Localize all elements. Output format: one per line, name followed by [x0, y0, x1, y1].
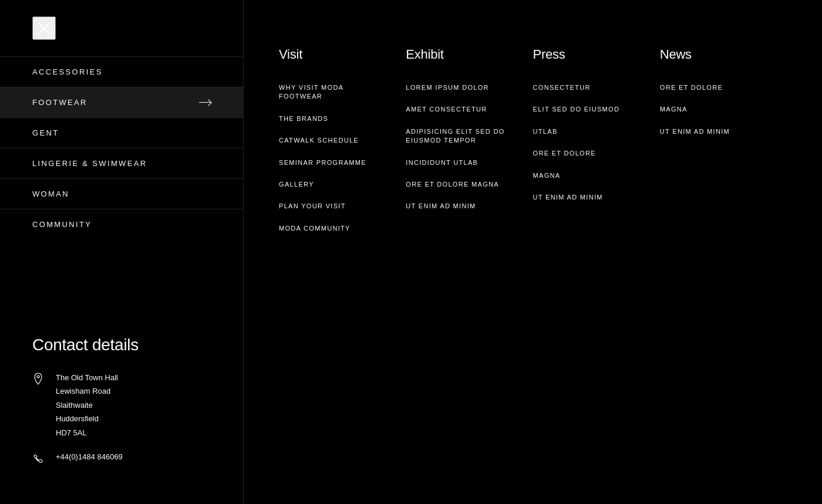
nav-item-label: COMMUNITY [32, 220, 92, 229]
menu-link-0[interactable]: ORE ET DOLORE [660, 83, 769, 92]
address-text: The Old Town HallLewisham RoadSlaithwait… [56, 371, 118, 439]
nav-item-footwear[interactable]: FOOTWEAR [0, 87, 243, 117]
nav-item-lingerie-&-swimwear[interactable]: LINGERIE & SWIMWEAR [0, 148, 243, 178]
close-button[interactable] [32, 16, 56, 40]
menu-link-2[interactable]: UT ENIM AD MINIM [660, 127, 769, 136]
menu-link-3[interactable]: INCIDIDUNT UTLAB [406, 158, 515, 167]
close-icon [36, 20, 52, 36]
menu-link-5[interactable]: UT ENIM AD MINIM [533, 193, 642, 202]
menu-link-2[interactable]: ADIPISICING ELIT SED DO EIUSMOD TEMPOR [406, 127, 515, 146]
menu-link-3[interactable]: SEMINAR PROGRAMME [279, 158, 388, 167]
nav-item-accessories[interactable]: ACCESSORIES [0, 56, 243, 87]
nav-item-label: WOMAN [32, 190, 69, 198]
menu-link-1[interactable]: ELIT SED DO EIUSMOD [533, 105, 642, 114]
column-title-exhibit: Exhibit [406, 47, 515, 62]
sidebar: ACCESSORIESFOOTWEARGENTLINGERIE & SWIMWE… [0, 0, 244, 504]
menu-link-3[interactable]: ORE ET DOLORE [533, 149, 642, 158]
menu-column-news: NewsORE ET DOLOREMAGNAUT ENIM AD MINIM [660, 47, 787, 246]
menu-link-0[interactable]: WHY VISIT MODA FOOTWEAR [279, 83, 388, 102]
menu-column-exhibit: ExhibitLOREM IPSUM DOLORAMET CONSECTETUR… [406, 47, 533, 246]
nav-item-label: LINGERIE & SWIMWEAR [32, 159, 147, 168]
nav-item-community[interactable]: COMMUNITY [0, 209, 243, 239]
column-title-news: News [660, 47, 769, 62]
location-icon [32, 372, 44, 388]
right-content: VisitWHY VISIT MODA FOOTWEARTHE BRANDSCA… [244, 0, 822, 504]
contact-section: Contact details The Old Town HallLewisha… [0, 312, 243, 504]
menu-link-4[interactable]: GALLERY [279, 180, 388, 189]
menu-link-4[interactable]: ORE ET DOLORE MAGNA [406, 180, 515, 189]
menu-link-0[interactable]: CONSECTETUR [533, 83, 642, 92]
menu-link-1[interactable]: AMET CONSECTETUR [406, 105, 515, 114]
menu-link-5[interactable]: UT ENIM AD MINIM [406, 202, 515, 211]
nav-item-label: GENT [32, 128, 59, 137]
menu-link-4[interactable]: MAGNA [533, 171, 642, 180]
nav-item-woman[interactable]: WOMAN [0, 178, 243, 209]
menu-link-2[interactable]: CATWALK SCHEDULE [279, 136, 388, 145]
nav-item-gent[interactable]: GENT [0, 117, 243, 148]
phone-text: +44(0)1484 846069 [56, 452, 123, 461]
column-title-press: Press [533, 47, 642, 62]
contact-title: Contact details [32, 336, 211, 354]
arrow-right-icon [197, 99, 211, 107]
svg-point-0 [37, 376, 39, 378]
phone-icon [32, 454, 44, 468]
menu-link-1[interactable]: MAGNA [660, 105, 769, 114]
phone-row: +44(0)1484 846069 [32, 452, 211, 468]
nav-menu: ACCESSORIESFOOTWEARGENTLINGERIE & SWIMWE… [0, 56, 243, 239]
menu-link-6[interactable]: MODA COMMUNITY [279, 224, 388, 233]
menu-link-0[interactable]: LOREM IPSUM DOLOR [406, 83, 515, 92]
menu-link-2[interactable]: UTLAB [533, 127, 642, 136]
menu-column-press: PressCONSECTETURELIT SED DO EIUSMODUTLAB… [533, 47, 660, 246]
column-title-visit: Visit [279, 47, 388, 62]
address-row: The Old Town HallLewisham RoadSlaithwait… [32, 371, 211, 439]
menu-link-1[interactable]: THE BRANDS [279, 114, 388, 123]
nav-item-label: ACCESSORIES [32, 67, 103, 76]
nav-item-label: FOOTWEAR [32, 98, 87, 107]
menu-link-5[interactable]: PLAN YOUR VISIT [279, 202, 388, 211]
menu-column-visit: VisitWHY VISIT MODA FOOTWEARTHE BRANDSCA… [279, 47, 406, 246]
